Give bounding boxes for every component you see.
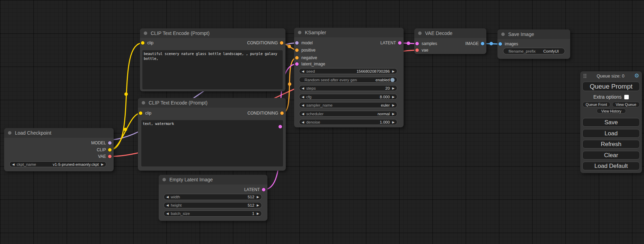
increment-arrow-icon[interactable]: ▶ xyxy=(101,163,104,166)
node-collapse-dot[interactable] xyxy=(418,31,422,35)
node-collapse-dot[interactable] xyxy=(501,33,505,36)
widget-value: 156680208700286 xyxy=(356,69,390,73)
decrement-arrow-icon[interactable]: ◀ xyxy=(302,103,304,107)
node-title-bar[interactable]: CLIP Text Encode (Prompt) xyxy=(140,28,285,38)
node-empty-latent-image[interactable]: Empty Latent Image LATENT ◀ width 512 ▶ … xyxy=(159,175,267,221)
widget-seed[interactable]: ◀ seed 156680208700286 ▶ xyxy=(299,68,397,74)
decrement-arrow-icon[interactable]: ◀ xyxy=(302,120,304,124)
increment-arrow-icon[interactable]: ▶ xyxy=(392,120,395,124)
widget-value: 512 xyxy=(248,203,254,207)
decrement-arrow-icon[interactable]: ◀ xyxy=(166,204,169,207)
node-save-image[interactable]: Save Image images filename_prefix ComfyU… xyxy=(497,29,570,59)
widget-sampler-name[interactable]: ◀ sampler_name euler ▶ xyxy=(299,102,397,108)
output-label-clip: CLIP xyxy=(97,147,106,152)
input-dot-vae[interactable] xyxy=(415,48,419,52)
node-title: Load Checkpoint xyxy=(15,130,51,136)
widget-value: 1 xyxy=(252,211,254,216)
increment-arrow-icon[interactable]: ▶ xyxy=(392,103,395,107)
load-button[interactable]: Load xyxy=(582,129,640,138)
node-collapse-dot[interactable] xyxy=(8,131,11,135)
decrement-arrow-icon[interactable]: ◀ xyxy=(302,112,304,116)
output-dot-model[interactable] xyxy=(108,141,112,145)
queue-prompt-button[interactable]: Queue Prompt xyxy=(582,82,640,91)
widget-width[interactable]: ◀ width 512 ▶ xyxy=(164,194,262,200)
output-dot-vae[interactable] xyxy=(108,155,112,158)
decrement-arrow-icon[interactable]: ◀ xyxy=(302,70,304,73)
widget-value: 1.000 xyxy=(380,120,390,124)
input-label-negative: negative xyxy=(301,55,317,60)
load-default-button[interactable]: Load Default xyxy=(582,162,640,170)
settings-gear-icon[interactable]: ⚙ xyxy=(634,73,639,79)
widget-cfg[interactable]: ◀ cfg 8.000 ▶ xyxy=(299,94,397,100)
decrement-arrow-icon[interactable]: ◀ xyxy=(302,95,304,99)
view-queue-button[interactable]: View Queue xyxy=(612,102,640,107)
decrement-arrow-icon[interactable]: ◀ xyxy=(302,87,304,90)
decrement-arrow-icon[interactable]: ◀ xyxy=(12,163,15,166)
widget-filename-prefix[interactable]: filename_prefix ComfyUI xyxy=(503,48,565,54)
node-collapse-dot[interactable] xyxy=(142,101,145,105)
node-title-bar[interactable]: KSampler xyxy=(294,28,404,37)
toggle-circle-icon[interactable] xyxy=(390,78,395,82)
refresh-button[interactable]: Refresh xyxy=(582,140,640,148)
widget-batch-size[interactable]: ◀ batch_size 1 ▶ xyxy=(164,210,262,217)
increment-arrow-icon[interactable]: ▶ xyxy=(392,112,395,116)
node-title-bar[interactable]: VAE Decode xyxy=(414,28,486,38)
input-dot-negative[interactable] xyxy=(295,56,299,60)
node-vae-decode[interactable]: VAE Decode samples vae IMAGE xyxy=(414,28,486,54)
queue-front-button[interactable]: Queue Front xyxy=(582,102,610,107)
input-dot-latent-image[interactable] xyxy=(295,62,299,66)
widget-denoise[interactable]: ◀ denoise 1.000 ▶ xyxy=(299,119,397,125)
view-history-button[interactable]: View History xyxy=(597,108,626,114)
node-title-bar[interactable]: Load Checkpoint xyxy=(4,128,114,138)
extra-options-checkbox[interactable] xyxy=(624,95,629,99)
decrement-arrow-icon[interactable]: ◀ xyxy=(166,212,169,215)
output-dot-clip[interactable] xyxy=(108,148,112,152)
node-title-bar[interactable]: Empty Latent Image xyxy=(159,175,267,184)
drag-handle-icon[interactable] xyxy=(583,73,587,79)
node-title: Save Image xyxy=(508,31,534,37)
widget-label: seed xyxy=(306,69,315,73)
output-label-conditioning: CONDITIONING xyxy=(247,40,278,45)
increment-arrow-icon[interactable]: ▶ xyxy=(392,70,395,73)
queue-panel[interactable]: Queue size: 0 ⚙ Queue Prompt Extra optio… xyxy=(580,71,642,173)
output-dot-latent[interactable] xyxy=(262,188,265,191)
widget-value: enabled xyxy=(376,78,390,82)
node-ksampler[interactable]: KSampler model positive negative latent_… xyxy=(294,28,404,127)
widget-label: filename_prefix xyxy=(509,49,536,53)
clear-button[interactable]: Clear xyxy=(582,151,640,160)
increment-arrow-icon[interactable]: ▶ xyxy=(257,212,259,215)
output-dot-latent[interactable] xyxy=(398,41,402,45)
output-dot-conditioning[interactable] xyxy=(280,111,284,115)
widget-label: sampler_name xyxy=(306,103,333,107)
widget-ckpt-name[interactable]: ◀ ckpt_name v1-5-pruned-emaonly.ckpt ▶ xyxy=(9,161,106,167)
widget-random-seed-toggle[interactable]: Random seed after every gen enabled xyxy=(299,77,397,83)
output-dot-conditioning[interactable] xyxy=(280,41,283,45)
queue-size-label: Queue size: 0 xyxy=(587,73,634,79)
increment-arrow-icon[interactable]: ▶ xyxy=(257,204,259,207)
widget-value: 512 xyxy=(248,195,254,199)
save-button[interactable]: Save xyxy=(582,118,640,127)
node-title-bar[interactable]: Save Image xyxy=(497,29,570,39)
input-label-vae: vae xyxy=(422,48,428,53)
widget-height[interactable]: ◀ height 512 ▶ xyxy=(164,202,262,208)
input-dot-positive[interactable] xyxy=(295,48,299,52)
input-dot-images[interactable] xyxy=(499,42,502,46)
negative-prompt-textarea[interactable]: text, watermark xyxy=(141,120,283,166)
node-clip-text-encode-negative[interactable]: CLIP Text Encode (Prompt) clip CONDITION… xyxy=(138,98,286,171)
positive-prompt-textarea[interactable]: beautiful scenery nature glass bottle la… xyxy=(142,50,283,89)
node-collapse-dot[interactable] xyxy=(144,31,147,35)
decrement-arrow-icon[interactable]: ◀ xyxy=(166,195,169,199)
increment-arrow-icon[interactable]: ▶ xyxy=(257,195,259,199)
increment-arrow-icon[interactable]: ▶ xyxy=(392,87,395,90)
node-graph-canvas[interactable]: Load Checkpoint MODEL CLIP VAE ◀ ckpt_na… xyxy=(0,0,644,244)
node-clip-text-encode-positive[interactable]: CLIP Text Encode (Prompt) clip CONDITION… xyxy=(140,28,285,91)
node-title-bar[interactable]: CLIP Text Encode (Prompt) xyxy=(138,98,286,108)
increment-arrow-icon[interactable]: ▶ xyxy=(392,95,395,99)
node-collapse-dot[interactable] xyxy=(298,31,301,34)
output-dot-image[interactable] xyxy=(481,42,484,45)
output-label-conditioning: CONDITIONING xyxy=(247,111,278,116)
node-collapse-dot[interactable] xyxy=(162,178,166,181)
widget-scheduler[interactable]: ◀ scheduler normal ▶ xyxy=(299,111,397,117)
widget-steps[interactable]: ◀ steps 20 ▶ xyxy=(299,85,397,91)
node-load-checkpoint[interactable]: Load Checkpoint MODEL CLIP VAE ◀ ckpt_na… xyxy=(4,128,114,171)
